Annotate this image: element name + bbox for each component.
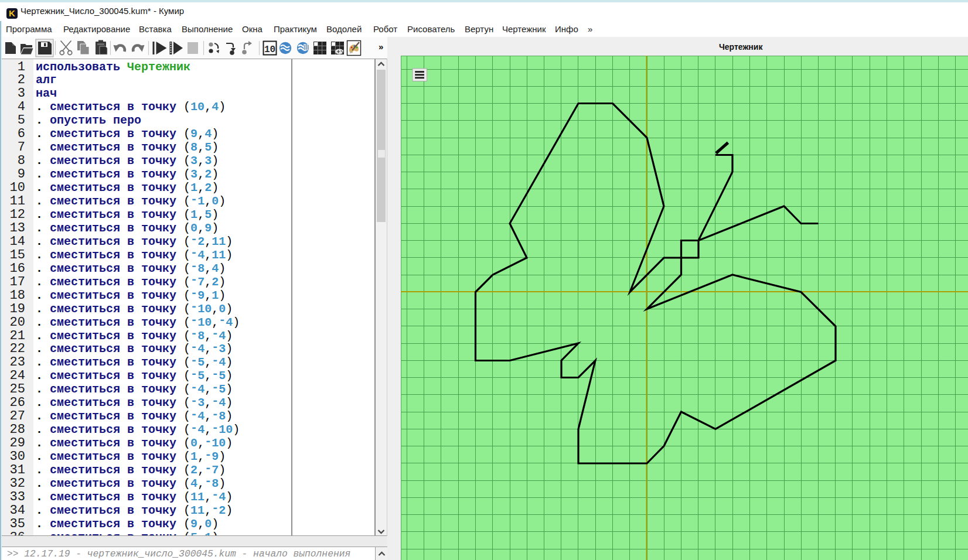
svg-text:10: 10 (264, 45, 275, 55)
